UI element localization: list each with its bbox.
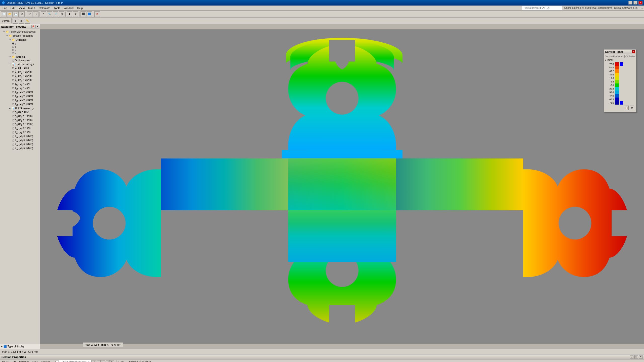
sp-settings[interactable]: Settings (40, 360, 51, 362)
menu-file[interactable]: File (1, 6, 9, 10)
redo-btn[interactable]: ↪ (33, 11, 38, 17)
control-panel-close-btn[interactable]: ✕ (632, 50, 635, 53)
tree-item-su-mz[interactable]: σu (Mz = 1kNm) (0, 118, 40, 122)
minimize-btn[interactable]: — (628, 1, 632, 5)
search-input[interactable] (522, 6, 562, 10)
stress-icon: 📊 (11, 107, 15, 110)
control-panel-title: Control Panel (605, 50, 623, 53)
panel-pin-btn[interactable]: 📌 (31, 25, 35, 28)
menu-help[interactable]: Help (76, 6, 85, 10)
cross-section-view[interactable] (40, 24, 644, 349)
rotate-btn[interactable]: ⟳ (73, 11, 78, 17)
fit-btn[interactable]: ⊡ (59, 11, 64, 17)
menu-insert[interactable]: Insert (27, 6, 37, 10)
close-btn[interactable]: ✕ (638, 1, 642, 5)
tree-label: σu (My = 1kNm) (15, 115, 32, 118)
sp-edit[interactable]: Edit (11, 360, 17, 362)
color-swatch (615, 101, 619, 105)
save-btn[interactable]: 💾 (13, 11, 19, 17)
tree-item-tuv-vy[interactable]: τuv (Vy = 1kN) (0, 126, 40, 130)
folder-icon: 📁 (6, 30, 9, 33)
tree-item-y[interactable]: y (0, 42, 40, 45)
tree-item-z[interactable]: z (0, 45, 40, 48)
color-value-label: 72.8 (605, 63, 614, 65)
tree-item-tyz-my1[interactable]: τyz (My = 1kNm) (0, 90, 40, 94)
stop-btn[interactable]: ✕ (94, 11, 100, 17)
tree-item-ordinates[interactable]: ▼ 📁 Ordinates (0, 38, 40, 42)
tree-item-su-n[interactable]: σu (N = 1kN) (0, 110, 40, 114)
sp-view[interactable]: View (31, 360, 39, 362)
type-of-display[interactable]: ▶ 🟦 Type of display (0, 344, 40, 349)
sp-selection[interactable]: Selection (18, 360, 30, 362)
canvas-area[interactable]: max y: 72.8 | min y: -73.6 mm Control Pa… (40, 24, 644, 349)
tree-item-su-mz2[interactable]: σu (Mz = 1kNm²) (0, 122, 40, 126)
tree-item-v[interactable]: v (0, 52, 40, 55)
menu-edit[interactable]: Edit (9, 6, 17, 10)
tree-item-warping[interactable]: ▼ 📁 Warping (0, 55, 40, 59)
color-scale-row: 72.8 (605, 62, 635, 66)
move-btn[interactable]: ✥ (67, 11, 72, 17)
radio-icon (12, 49, 14, 51)
sp-refresh-btn[interactable]: ↻ (110, 360, 114, 362)
sp-prev-btn[interactable]: ◀ (92, 360, 96, 362)
status-text: max y: 72.8 | min y: -73.6 mm (2, 350, 38, 353)
control-panel-header: Control Panel ✕ (604, 50, 636, 54)
tree-item-wsc[interactable]: Ordinates wsc (0, 59, 40, 62)
sp-first-btn[interactable]: |◀ (101, 360, 105, 362)
tree-item-tyz-mz2[interactable]: τyz (Mz = 1kNm) (0, 102, 40, 106)
sp-checkbox[interactable] (55, 361, 58, 362)
center-h-bar (161, 159, 523, 210)
tree-item-sz-mz[interactable]: σz (Mz = 1kNm) (0, 74, 40, 78)
snap-btn[interactable]: ⊕ (13, 18, 18, 24)
color-scale-row: -7.0 (605, 83, 635, 87)
tree-item-tyz-my2[interactable]: τyz (My = 1kNm) (0, 98, 40, 102)
panel-close-btn[interactable]: ✕ (35, 25, 39, 28)
sp-maximize-btn[interactable]: □ (634, 355, 638, 359)
maximize-btn[interactable]: □ (633, 1, 637, 5)
cp-icon1[interactable]: 📋 (624, 106, 629, 110)
measure-btn[interactable]: 📏 (25, 18, 30, 24)
color-scale-row: -47.0 (605, 94, 635, 98)
tree-item-sz-my[interactable]: σz (My = 1kNm) (0, 70, 40, 74)
view3d-btn[interactable]: ⬛ (80, 11, 86, 17)
sp-prop-btn[interactable]: 📋 (106, 360, 110, 362)
open-btn[interactable]: 📂 (7, 11, 13, 17)
sp-next-btn[interactable]: ▶ (97, 360, 101, 362)
tree-item-unit-stress-yz[interactable]: ▼ 📊 Unit Stresses y,z (0, 62, 40, 66)
grid-btn[interactable]: ⊞ (19, 18, 24, 24)
sp-goto[interactable]: Go To (1, 360, 10, 362)
tree-item-sy-n[interactable]: σy (N = 1kN) (0, 66, 40, 70)
sp-analysis-select[interactable]: Finite Element Analysis (59, 360, 92, 362)
tree-item-tuv-my2[interactable]: τuv (My = 1kNm) (0, 143, 40, 147)
render-btn[interactable]: 🟦 (87, 11, 92, 17)
tree-item-tuv-mz2[interactable]: τuv (Mz = 1kNm) (0, 147, 40, 151)
menu-calculate[interactable]: Calculate (37, 6, 52, 10)
sp-minimize-btn[interactable]: _ (630, 355, 633, 359)
zoom-out-btn[interactable]: 🔎 (53, 11, 58, 17)
menu-tools[interactable]: Tools (52, 6, 62, 10)
menu-window[interactable]: Window (62, 6, 75, 10)
tree-item-tuv-mz1[interactable]: τuv (Mz = 1kNm) (0, 139, 40, 143)
undo-btn[interactable]: ↩ (27, 11, 32, 17)
print-btn[interactable]: 🖨 (19, 11, 25, 17)
tree-item-tyz-vz[interactable]: τyz (Vz = 1kN) (0, 86, 40, 90)
tree-item-sz-mz2[interactable]: σz (Mz = 1kNm²) (0, 78, 40, 82)
tree-item-u[interactable]: u (0, 48, 40, 52)
new-btn[interactable]: 📄 (1, 11, 7, 17)
tree-item-section-props[interactable]: ▼ 📁 Section Properties (0, 34, 40, 38)
menu-view[interactable]: View (17, 6, 26, 10)
zoom-in-btn[interactable]: 🔍 (47, 11, 52, 17)
cp-icon2[interactable]: ⚙ (630, 106, 634, 110)
color-swatch (615, 80, 619, 83)
sp-close-btn[interactable]: ✕ (639, 355, 642, 359)
tree-item-tvu-vz[interactable]: τvu (Vz = 1kN) (0, 130, 40, 134)
tree-item-su-my[interactable]: σu (My = 1kNm) (0, 114, 40, 118)
tree-item-tuv-my1[interactable]: τuv (My = 1kNm) (0, 134, 40, 139)
tree-item-tzy[interactable]: τzy (Vy = 1kN) (0, 82, 40, 86)
select-btn[interactable]: ↖ (41, 11, 46, 17)
tree-item-fea[interactable]: ▼ 📁 Finite Element Analysis (0, 30, 40, 34)
cp-label: y [mm] (605, 59, 635, 61)
tree-item-tyz-mz1[interactable]: τyz (Mz = 1kNm) (0, 94, 40, 98)
folder-icon: 📁 (12, 38, 15, 41)
tree-item-unit-stress-uv[interactable]: ▶ 📊 Unit Stresses u,v (0, 106, 40, 110)
